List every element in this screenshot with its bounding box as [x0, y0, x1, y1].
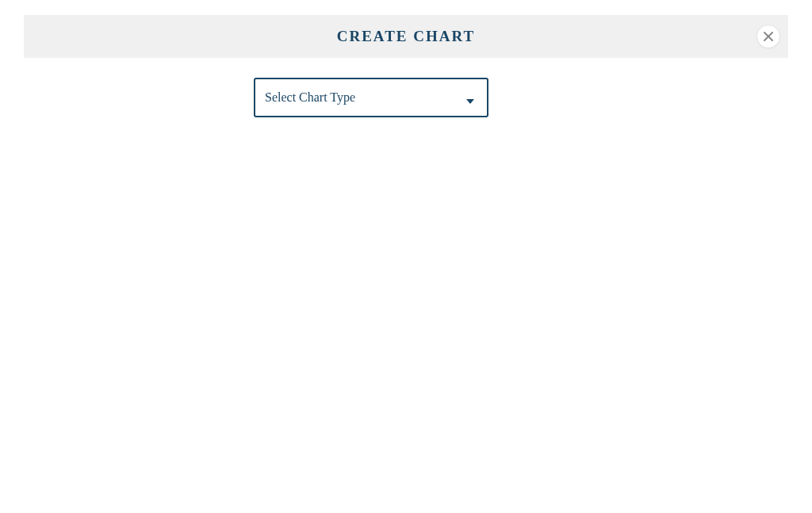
- caret-down-icon: [466, 99, 474, 104]
- modal-body: Select Chart Type: [24, 58, 788, 117]
- modal-title: CREATE CHART: [337, 28, 475, 45]
- close-icon: [763, 31, 774, 42]
- modal-header: CREATE CHART: [24, 15, 788, 58]
- chart-type-select-label: Select Chart Type: [265, 90, 355, 105]
- chart-type-select-wrapper: Select Chart Type: [254, 78, 488, 117]
- close-button[interactable]: [756, 25, 780, 48]
- chart-type-select[interactable]: Select Chart Type: [254, 78, 488, 117]
- create-chart-modal: CREATE CHART Select Chart Type: [24, 15, 788, 117]
